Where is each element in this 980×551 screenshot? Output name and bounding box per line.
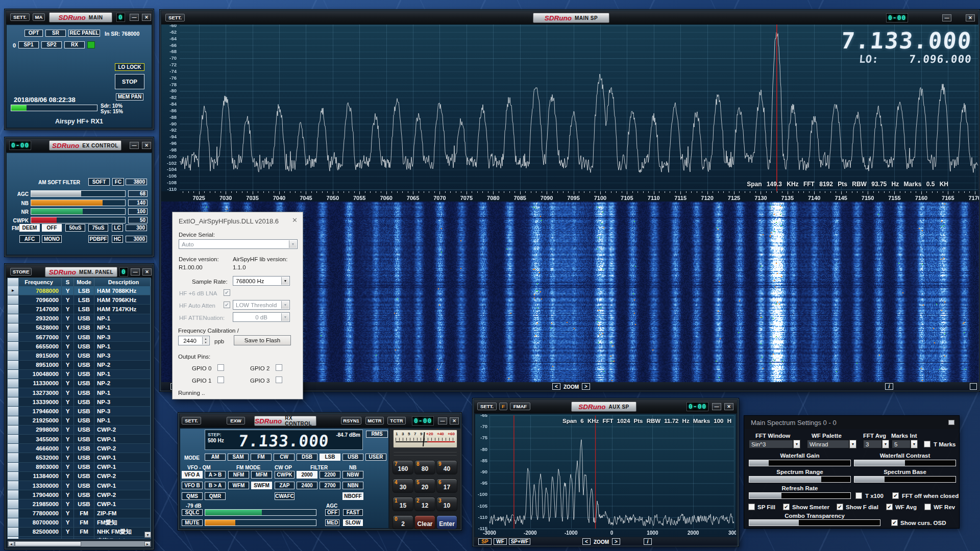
gpio3-checkbox[interactable] xyxy=(276,377,282,383)
keypad-key[interactable]: 0 2 xyxy=(393,515,413,530)
rx-grid-button[interactable]: A > B xyxy=(205,471,226,479)
main-sp-minimize-icon[interactable]: — xyxy=(942,14,951,21)
memory-row[interactable]: ► 3455000 Y USB CWP-1 xyxy=(8,435,151,444)
extio-close-icon[interactable]: ✕ xyxy=(292,216,298,224)
fft-window-dropdown-arrow-icon[interactable]: ▼ xyxy=(793,440,800,448)
frequency-column-header[interactable]: Frequency xyxy=(19,278,62,286)
wf-rev-checkbox[interactable]: ✔ xyxy=(924,504,931,510)
keypad-key[interactable]: 3 10 xyxy=(436,497,457,511)
refresh-rate-slider[interactable] xyxy=(749,492,851,499)
deemphasis-75us-button[interactable]: 75uS xyxy=(88,224,108,232)
memory-row[interactable]: ► 7088000 Y LSB HAM 7088KHz xyxy=(8,286,151,295)
rx-grid-button[interactable]: QMS xyxy=(182,492,203,500)
scroll-thumb[interactable] xyxy=(15,541,81,546)
zoom-in-button[interactable]: > xyxy=(582,383,590,390)
keypad-key[interactable]: Clear xyxy=(414,515,435,530)
row-selector-cell[interactable]: ► xyxy=(8,361,19,369)
slider-track[interactable] xyxy=(31,217,126,223)
main-minimize-icon[interactable]: — xyxy=(130,14,139,21)
keypad-key[interactable]: 8 80 xyxy=(414,460,435,474)
deemphasis-50us-button[interactable]: 50uS xyxy=(65,224,85,232)
rx-grid-button[interactable]: 2700 xyxy=(320,482,340,489)
save-to-flash-button[interactable]: Save to Flash xyxy=(234,335,291,345)
volume-slider[interactable] xyxy=(205,519,316,526)
memory-row[interactable]: ► 92900000 Y FM 東海ラジオ xyxy=(8,537,151,539)
freq-cal-spinner[interactable]: 2440 ▲ ▼ xyxy=(178,336,210,345)
memory-row[interactable]: ► 80700000 Y FM FM愛知 xyxy=(8,518,151,528)
rx-grid-button[interactable]: WFM xyxy=(228,482,249,489)
tuned-frequency-display[interactable]: 7.133.000 xyxy=(840,28,973,54)
hc-value[interactable]: 3000 xyxy=(126,236,147,242)
rx-close-icon[interactable]: ✕ xyxy=(450,417,459,424)
info-button[interactable]: i xyxy=(885,383,893,390)
rx-grid-button[interactable]: QMR xyxy=(205,492,226,500)
memory-row[interactable]: ► 8915000 Y USB NP-3 xyxy=(8,351,151,360)
memory-row[interactable]: ► 6532000 Y USB CWP-1 xyxy=(8,453,151,462)
row-selector-cell[interactable]: ► xyxy=(8,333,19,341)
rx-grid-button[interactable]: NBW xyxy=(342,471,363,479)
memory-row[interactable]: ► 8951000 Y USB NP-2 xyxy=(8,361,151,370)
aux-zoom-out-button[interactable]: < xyxy=(582,538,591,545)
row-selector-cell[interactable]: ► xyxy=(8,435,19,443)
memory-row[interactable]: ► 2932000 Y USB NP-1 xyxy=(8,314,151,323)
keypad-key[interactable]: Enter xyxy=(436,515,457,530)
opt-button[interactable]: OPT xyxy=(24,30,43,37)
keypad-key[interactable]: 7 160 xyxy=(393,460,413,474)
fc-value[interactable]: 3800 xyxy=(126,179,147,185)
fft-avg-dropdown-arrow-icon[interactable]: ▼ xyxy=(882,440,889,448)
row-selector-cell[interactable]: ► xyxy=(8,528,19,536)
lc-value[interactable]: 300 xyxy=(126,224,147,231)
mctr-button[interactable]: MCTR xyxy=(365,417,384,424)
rx-grid-button[interactable]: CWAFC xyxy=(275,492,295,500)
rsyn1-button[interactable]: RSYN1 xyxy=(341,417,361,424)
rx-grid-button[interactable]: MFM xyxy=(251,471,272,479)
stop-button[interactable]: STOP xyxy=(115,74,144,89)
lc-button[interactable]: LC xyxy=(112,224,123,232)
rx-grid-button[interactable]: NBOFF xyxy=(342,492,363,500)
t-x100-checkbox[interactable]: ✔ xyxy=(855,492,862,499)
row-selector-cell[interactable]: ► xyxy=(8,444,19,453)
rx-grid-button[interactable]: 2200 xyxy=(320,471,340,479)
table-scroll-down-icon[interactable]: ▼ xyxy=(144,532,151,538)
row-selector-cell[interactable]: ► xyxy=(8,305,19,313)
main-sett-button[interactable]: SETT. xyxy=(10,13,30,21)
mode-button[interactable]: FM xyxy=(251,454,272,461)
mode-button[interactable]: SAM xyxy=(228,454,249,461)
mode-button[interactable]: USER xyxy=(365,454,386,461)
row-selector-cell[interactable]: ► xyxy=(8,499,19,508)
memory-row[interactable]: ► 11384000 Y USB CWP-2 xyxy=(8,472,151,481)
row-selector-cell[interactable]: ► xyxy=(8,518,19,527)
fft-window-dropdown[interactable]: Sin^3 xyxy=(749,440,793,448)
spinner-down-icon[interactable]: ▼ xyxy=(202,340,209,344)
mode-button[interactable]: USB xyxy=(342,454,363,461)
hc-button[interactable]: HC xyxy=(112,235,123,243)
keypad-key[interactable]: 4 30 xyxy=(393,479,413,493)
marks-int-dropdown-arrow-icon[interactable]: ▼ xyxy=(911,440,918,448)
rx-grid-button[interactable]: VFO B xyxy=(182,482,203,489)
gpio1-checkbox[interactable] xyxy=(217,377,224,383)
row-selector-cell[interactable]: ► xyxy=(8,407,19,415)
pdbpf-button[interactable]: PDBPF xyxy=(88,235,108,243)
aux-spectrum-canvas[interactable] xyxy=(475,414,736,537)
soft-button[interactable]: SOFT xyxy=(88,178,110,186)
aux-info-button[interactable]: i xyxy=(644,538,652,545)
agc-slow-button[interactable]: SLOW xyxy=(343,519,363,526)
scroll-right-icon[interactable]: ► xyxy=(144,541,151,546)
memory-row[interactable]: ► 10048000 Y USB NP-1 xyxy=(8,370,151,379)
rms-button[interactable]: RMS xyxy=(366,431,388,438)
row-selector-cell[interactable]: ► xyxy=(8,397,19,406)
row-selector-cell[interactable]: ► xyxy=(8,481,19,490)
memory-row[interactable]: ► 13339000 Y USB NP-3 xyxy=(8,397,151,407)
rx-grid-button[interactable]: 2400 xyxy=(297,482,317,489)
combo-transparency-slider[interactable] xyxy=(749,519,880,526)
deem-button[interactable]: DEEM xyxy=(19,224,40,232)
keypad-key[interactable]: 5 20 xyxy=(414,479,435,493)
row-selector-cell[interactable]: ► xyxy=(8,416,19,425)
rx-grid-button[interactable]: CWPK xyxy=(275,471,295,479)
aux-close-icon[interactable]: ✕ xyxy=(724,403,733,410)
sp1-button[interactable]: SP1 xyxy=(18,41,39,48)
wf-avg-checkbox[interactable]: ✔ xyxy=(886,504,893,510)
memory-row[interactable]: ► 5628000 Y USB NP-1 xyxy=(8,323,151,333)
aux-f-button[interactable]: F xyxy=(499,403,507,410)
main-sp-close-icon[interactable]: ✕ xyxy=(966,14,975,21)
